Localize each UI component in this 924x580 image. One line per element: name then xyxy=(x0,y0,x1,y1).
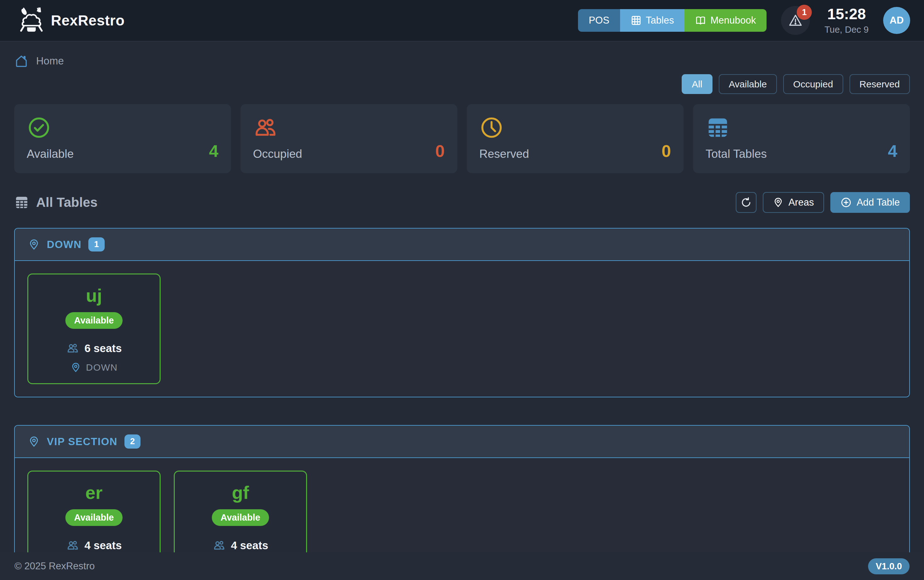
tab-menubook[interactable]: Menubook xyxy=(684,9,766,32)
alerts: 1 xyxy=(781,6,810,35)
map-pin-icon xyxy=(28,239,40,250)
table-card-uj[interactable]: uj Available 6 seats xyxy=(27,274,161,384)
user-avatar[interactable]: AD xyxy=(883,7,910,34)
map-pin-icon xyxy=(28,436,40,448)
filter-available-button[interactable]: Available xyxy=(719,74,777,94)
stat-label: Total Tables xyxy=(705,147,767,161)
stat-card-total-tables: Total Tables 4 xyxy=(693,104,910,173)
top-header: RexRestro POS Tables xyxy=(0,0,924,41)
add-table-button[interactable]: Add Table xyxy=(830,192,910,213)
areas-button[interactable]: Areas xyxy=(763,192,824,213)
status-filter-row: All Available Occupied Reserved xyxy=(14,74,910,94)
table-status-badge: Available xyxy=(212,509,269,526)
filter-occupied-button[interactable]: Occupied xyxy=(783,74,843,94)
header-right: POS Tables xyxy=(578,6,910,35)
clock: 15:28 Tue, Dec 9 xyxy=(824,6,869,35)
brand-name: RexRestro xyxy=(51,12,125,29)
stats-row: Available 4 Occupied 0 xyxy=(14,104,910,173)
people-icon xyxy=(66,539,79,552)
plus-circle-icon xyxy=(840,197,852,208)
table-status-badge: Available xyxy=(66,312,123,329)
alert-count-badge: 1 xyxy=(797,5,812,20)
grid-icon xyxy=(631,15,641,26)
tab-tables[interactable]: Tables xyxy=(620,9,685,32)
app-window: RexRestro POS Tables xyxy=(0,0,924,580)
breadcrumb[interactable]: Home xyxy=(14,52,910,70)
table-name: gf xyxy=(232,482,249,503)
stat-card-reserved: Reserved 0 xyxy=(467,104,684,173)
people-icon xyxy=(253,115,445,140)
map-pin-icon xyxy=(71,362,81,373)
people-icon xyxy=(213,539,225,552)
table-grid-icon xyxy=(705,115,897,140)
area-header: VIP SECTION 2 xyxy=(15,426,909,458)
clock-date: Tue, Dec 9 xyxy=(824,25,869,35)
brand: RexRestro xyxy=(18,7,125,34)
table-name: er xyxy=(85,482,103,503)
stat-label: Available xyxy=(27,147,74,161)
version-badge: V1.0.0 xyxy=(868,558,909,574)
area-name: VIP SECTION xyxy=(47,436,118,448)
chef-hat-logo-icon xyxy=(18,7,45,34)
tables-actions: Areas Add Table xyxy=(736,192,910,213)
all-tables-title: All Tables xyxy=(14,195,97,210)
stat-value: 4 xyxy=(888,141,897,161)
refresh-button[interactable] xyxy=(736,192,756,213)
area-header: DOWN 1 xyxy=(15,229,909,261)
stat-value: 0 xyxy=(435,141,445,161)
refresh-icon xyxy=(740,196,752,208)
table-area-label: DOWN xyxy=(86,362,118,373)
stat-label: Occupied xyxy=(253,147,302,161)
table-status-badge: Available xyxy=(66,509,123,526)
clock-icon xyxy=(479,115,671,140)
filter-reserved-button[interactable]: Reserved xyxy=(850,74,910,94)
copyright-text: © 2025 RexRestro xyxy=(15,560,95,572)
clock-time: 15:28 xyxy=(824,6,869,23)
stat-card-occupied: Occupied 0 xyxy=(240,104,457,173)
table-seats-label: 4 seats xyxy=(85,539,122,552)
book-icon xyxy=(695,15,706,26)
stat-label: Reserved xyxy=(479,147,529,161)
map-pin-icon xyxy=(773,197,784,208)
breadcrumb-home-label: Home xyxy=(36,55,64,67)
area-body: uj Available 6 seats xyxy=(15,261,909,397)
check-circle-icon xyxy=(27,115,219,140)
filter-all-button[interactable]: All xyxy=(682,74,712,94)
home-icon xyxy=(14,54,29,68)
footer-bar: © 2025 RexRestro V1.0.0 xyxy=(0,552,924,580)
main-content: Home All Available Occupied Reserved Ava… xyxy=(0,52,924,580)
people-icon xyxy=(66,342,79,354)
mode-switcher: POS Tables xyxy=(578,9,766,32)
table-grid-icon xyxy=(14,195,29,210)
area-name: DOWN xyxy=(47,239,81,250)
tab-pos[interactable]: POS xyxy=(578,9,620,32)
area-section-down: DOWN 1 uj Available 6 seats xyxy=(14,228,910,397)
table-seats-label: 4 seats xyxy=(231,539,268,552)
stat-value: 0 xyxy=(662,141,671,161)
table-seats-label: 6 seats xyxy=(85,342,122,354)
area-count-badge: 2 xyxy=(125,435,140,448)
table-name: uj xyxy=(86,285,102,306)
area-count-badge: 1 xyxy=(88,237,104,252)
stat-value: 4 xyxy=(209,141,219,161)
stat-card-available: Available 4 xyxy=(14,104,231,173)
all-tables-header: All Tables xyxy=(14,192,910,213)
